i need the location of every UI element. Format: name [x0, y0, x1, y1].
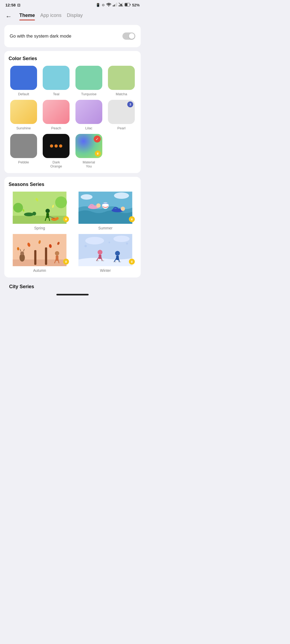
signal2-icon: [119, 3, 123, 7]
color-label-default: Default: [18, 92, 29, 96]
svg-rect-1: [113, 5, 114, 6]
color-item-material-you[interactable]: ✓ ♛ MaterialYou: [74, 134, 104, 168]
season-label-summer: Summer: [98, 226, 113, 230]
dot-3: [59, 144, 62, 148]
svg-point-63: [115, 251, 120, 256]
material-you-premium: ♛: [95, 151, 101, 156]
dark-orange-dots: [50, 144, 62, 148]
svg-text:❄: ❄: [126, 242, 128, 246]
color-label-sunshine: Sunshine: [16, 126, 31, 130]
color-swatch-default: [10, 66, 37, 90]
winter-badge: ♛: [129, 259, 135, 265]
svg-point-40: [20, 251, 24, 255]
color-swatch-material-you: ✓ ♛: [75, 134, 102, 158]
tab-app-icons[interactable]: App icons: [40, 13, 61, 20]
season-thumb-autumn: ♛: [9, 234, 71, 266]
svg-point-16: [32, 212, 36, 215]
battery-icon: [125, 3, 130, 7]
dark-mode-toggle[interactable]: [122, 32, 135, 40]
color-series-title: Color Series: [9, 56, 136, 61]
status-bar: 12:58 ⊡ 📳 ⊖: [0, 0, 145, 9]
spring-badge: ♛: [63, 216, 69, 222]
season-label-autumn: Autumn: [33, 268, 46, 273]
battery-percent: 52%: [132, 3, 140, 7]
color-label-pearl: Pearl: [117, 126, 125, 130]
svg-point-57: [98, 250, 103, 255]
color-item-default[interactable]: Default: [9, 66, 39, 96]
svg-rect-14: [13, 216, 67, 224]
color-item-teal[interactable]: Teal: [41, 66, 71, 96]
city-series-title: City Series: [8, 284, 35, 289]
summer-badge: ♛: [129, 216, 135, 222]
back-button[interactable]: ←: [5, 12, 14, 21]
no-sound-icon: ⊖: [102, 3, 105, 7]
svg-point-33: [121, 207, 125, 211]
svg-point-55: [85, 237, 104, 244]
status-left: 12:58 ⊡: [5, 3, 20, 7]
season-item-winter[interactable]: ❄ ❄ ❄ ♛ Winter: [74, 234, 136, 273]
color-swatch-pearl: 3: [108, 100, 135, 124]
svg-point-45: [55, 251, 59, 255]
color-swatch-pebble: [10, 134, 37, 158]
svg-point-22: [56, 217, 59, 220]
svg-rect-2: [114, 5, 115, 6]
color-item-pearl[interactable]: 3 Pearl: [107, 100, 137, 130]
color-item-matcha[interactable]: Matcha: [107, 66, 137, 96]
wifi-icon: [106, 3, 111, 7]
color-label-dark-orange: DarkOrange: [50, 160, 62, 168]
color-swatch-lilac: [75, 100, 102, 124]
color-swatch-peach: [43, 100, 70, 124]
color-label-peach: Peach: [51, 126, 61, 130]
svg-point-25: [55, 196, 67, 208]
svg-point-17: [46, 209, 50, 213]
season-thumb-summer: ♛: [74, 192, 136, 224]
svg-rect-3: [115, 4, 116, 6]
svg-point-56: [114, 236, 130, 242]
color-item-peach[interactable]: Peach: [41, 100, 71, 130]
dark-mode-card: Go with the system dark mode: [4, 25, 141, 47]
city-series-header: City Series: [0, 281, 145, 291]
svg-point-0: [108, 6, 109, 6]
signal-icon: [113, 3, 117, 7]
status-right: 📳 ⊖: [96, 3, 140, 7]
color-label-lilac: Lilac: [85, 126, 92, 130]
svg-point-15: [24, 213, 34, 216]
tab-theme[interactable]: Theme: [19, 13, 35, 20]
top-nav: ← Theme App icons Display: [0, 9, 145, 21]
material-you-check: ✓: [94, 136, 101, 142]
color-item-pebble[interactable]: Pebble: [9, 134, 39, 168]
pearl-badge-number: 3: [127, 101, 133, 107]
season-thumb-winter: ❄ ❄ ❄ ♛: [74, 234, 136, 266]
svg-rect-12: [125, 3, 127, 6]
svg-rect-44: [45, 247, 47, 265]
seasons-series-title: Seasons Series: [9, 182, 136, 187]
dark-mode-label: Go with the system dark mode: [10, 34, 71, 39]
color-item-turquoise[interactable]: Turquoise: [74, 66, 104, 96]
season-label-spring: Spring: [34, 226, 45, 230]
season-item-summer[interactable]: ♛ Summer: [74, 192, 136, 230]
svg-point-31: [96, 203, 101, 208]
dark-mode-row: Go with the system dark mode: [9, 30, 136, 42]
season-label-winter: Winter: [100, 268, 111, 273]
color-swatch-matcha: [108, 66, 135, 90]
tab-display[interactable]: Display: [67, 13, 83, 20]
season-item-spring[interactable]: ♛ Spring: [9, 192, 71, 230]
svg-rect-43: [34, 250, 37, 265]
season-item-autumn[interactable]: ♛ Autumn: [9, 234, 71, 273]
color-series-card: Color Series Default Teal Turquoise Matc…: [4, 51, 141, 173]
dot-2: [55, 144, 58, 148]
dot-1: [50, 144, 53, 148]
color-item-lilac[interactable]: Lilac: [74, 100, 104, 130]
seasons-grid: ♛ Spring: [9, 192, 136, 273]
color-swatch-sunshine: [10, 100, 37, 124]
svg-text:❄: ❄: [84, 244, 87, 248]
color-swatch-dark-orange: [43, 134, 70, 158]
vibrate-icon: 📳: [96, 3, 100, 7]
color-swatch-turquoise: [75, 66, 102, 90]
color-item-dark-orange[interactable]: DarkOrange: [41, 134, 71, 168]
color-item-sunshine[interactable]: Sunshine: [9, 100, 39, 130]
autumn-badge: ♛: [63, 259, 69, 265]
svg-rect-6: [120, 5, 121, 6]
color-label-matcha: Matcha: [116, 92, 127, 96]
home-indicator: [56, 294, 89, 295]
